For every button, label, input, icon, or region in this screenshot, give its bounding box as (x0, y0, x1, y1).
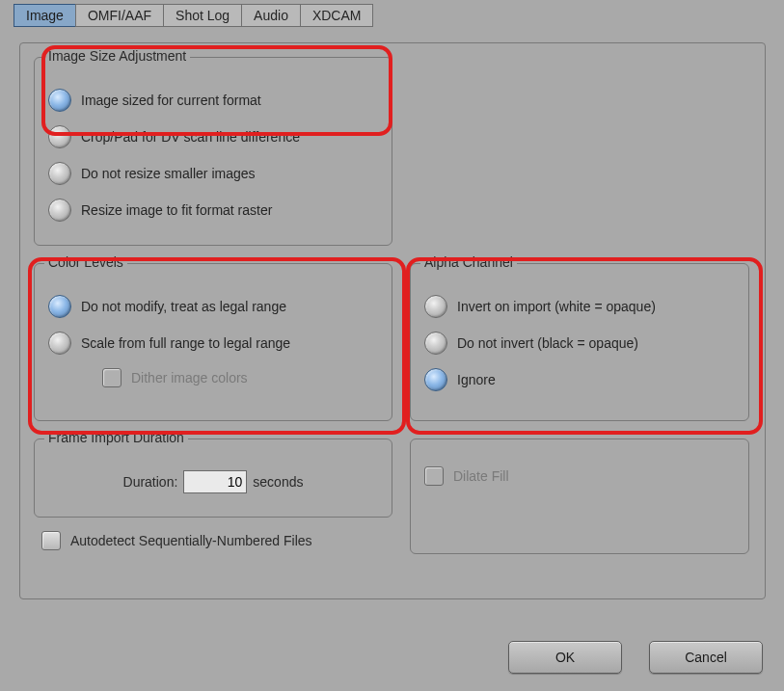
legend-color-levels: Color Levels (44, 254, 127, 270)
radio-icon (48, 162, 71, 185)
radio-do-not-resize[interactable]: Do not resize smaller images (48, 162, 378, 185)
tab-shotlog[interactable]: Shot Log (163, 4, 242, 27)
radio-label: Do not resize smaller images (81, 166, 256, 181)
tabbar: Image OMFI/AAF Shot Log Audio XDCAM (14, 4, 372, 27)
radio-alpha-no-invert[interactable]: Do not invert (black = opaque) (424, 332, 735, 355)
radio-label: Crop/Pad for DV scan line difference (81, 129, 300, 145)
radio-icon (48, 89, 71, 112)
image-tab-panel: Image Size Adjustment Image sized for cu… (19, 42, 766, 599)
cancel-button[interactable]: Cancel (649, 641, 763, 674)
button-bar: OK Cancel (508, 641, 763, 674)
duration-input[interactable] (183, 470, 247, 493)
radio-label: Image sized for current format (81, 93, 261, 108)
ok-button[interactable]: OK (508, 641, 622, 674)
tab-audio[interactable]: Audio (241, 4, 301, 27)
radio-icon (424, 295, 447, 318)
duration-label: Duration: (123, 474, 178, 490)
group-image-size: Image Size Adjustment Image sized for cu… (34, 57, 392, 246)
group-dilate: Dilate Fill (410, 439, 749, 554)
radio-alpha-ignore[interactable]: Ignore (424, 368, 735, 391)
radio-label: Scale from full range to legal range (81, 335, 290, 351)
radio-label: Resize image to fit format raster (81, 202, 272, 218)
radio-label: Invert on import (white = opaque) (457, 299, 656, 314)
group-frame-duration: Frame Import Duration Duration: seconds (34, 439, 392, 518)
radio-label: Do not modify, treat as legal range (81, 299, 286, 314)
checkbox-dilate-fill[interactable]: Dilate Fill (424, 466, 735, 486)
radio-crop-pad-dv[interactable]: Crop/Pad for DV scan line difference (48, 125, 378, 148)
checkbox-icon (424, 466, 444, 486)
import-settings-window: Image OMFI/AAF Shot Log Audio XDCAM Imag… (0, 0, 784, 691)
radio-do-not-modify[interactable]: Do not modify, treat as legal range (48, 295, 378, 318)
legend-duration: Frame Import Duration (44, 430, 188, 445)
group-alpha-channel: Alpha Channel Invert on import (white = … (410, 263, 749, 421)
radio-image-sized-current[interactable]: Image sized for current format (48, 89, 378, 112)
checkbox-icon (41, 531, 61, 550)
tab-xdcam[interactable]: XDCAM (300, 4, 374, 27)
duration-unit: seconds (253, 474, 303, 490)
radio-icon (48, 332, 71, 355)
legend-image-size: Image Size Adjustment (44, 48, 190, 64)
tab-image[interactable]: Image (14, 4, 76, 27)
radio-alpha-invert[interactable]: Invert on import (white = opaque) (424, 295, 735, 318)
radio-scale-full-range[interactable]: Scale from full range to legal range (48, 332, 378, 355)
checkbox-label: Dither image colors (131, 370, 248, 385)
checkbox-icon (102, 368, 122, 387)
legend-alpha: Alpha Channel (420, 254, 517, 270)
tab-omfiaaf[interactable]: OMFI/AAF (75, 4, 164, 27)
radio-label: Ignore (457, 372, 496, 387)
checkbox-label: Autodetect Sequentially-Numbered Files (70, 533, 312, 548)
checkbox-autodetect[interactable]: Autodetect Sequentially-Numbered Files (41, 531, 312, 550)
radio-icon (48, 125, 71, 148)
radio-icon (48, 199, 71, 222)
radio-icon (48, 295, 71, 318)
radio-label: Do not invert (black = opaque) (457, 335, 638, 351)
group-color-levels: Color Levels Do not modify, treat as leg… (34, 263, 392, 421)
checkbox-label: Dilate Fill (453, 468, 509, 484)
radio-icon (424, 332, 447, 355)
checkbox-dither[interactable]: Dither image colors (102, 368, 378, 387)
radio-icon (424, 368, 447, 391)
radio-resize-to-raster[interactable]: Resize image to fit format raster (48, 199, 378, 222)
